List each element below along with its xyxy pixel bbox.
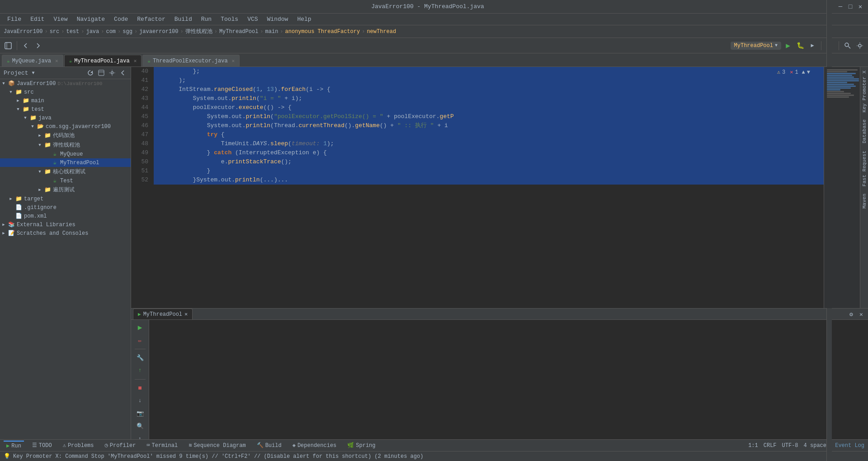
hide-sidebar-button[interactable] [119,69,127,77]
filetab-threadpoolexecutor[interactable]: ☕ ThreadPoolExecutor.java ✕ [142,55,240,67]
code-editor[interactable]: ⚠ 3 ✕ 1 ▲ ▼ 40 }; 41 [131,67,824,308]
status-tab-run[interactable]: ▶ Run [4,441,24,450]
menu-item-window[interactable]: Window [264,15,292,24]
line-ending[interactable]: CRLF [764,442,777,449]
tree-item-核心线程测试[interactable]: ▼📁核心线程测试 [0,167,131,176]
project-icon[interactable] [3,40,14,51]
tree-item-弹性线程池[interactable]: ▼📁弹性线程池 [0,140,131,150]
breadcrumb-item[interactable]: sgg [123,29,132,35]
menu-item-refactor[interactable]: Refactor [133,15,169,24]
run-settings-button[interactable]: ⚙ [846,309,856,319]
status-tab-spring[interactable]: 🌿 Spring [344,441,378,450]
breadcrumb-item[interactable]: src [50,29,60,35]
forward-button[interactable] [33,40,43,51]
menu-item-navigate[interactable]: Navigate [73,15,108,24]
stop-run-button[interactable]: ■ [134,382,146,394]
edit-run-button[interactable]: ✏ [134,334,146,346]
event-log[interactable]: Event Log [835,442,864,449]
menu-item-vcs[interactable]: VCS [244,15,261,24]
settings-sidebar-button[interactable] [108,69,116,77]
close-tab-mythreadpool[interactable]: ✕ [134,58,137,64]
tree-item-MyQueue[interactable]: ☕MyQueue [0,150,131,158]
encoding[interactable]: UTF-8 [782,442,798,449]
tree-item-main[interactable]: ▶📁main [0,96,131,105]
run-config-selector[interactable]: MyThreadPool ▼ [731,42,781,50]
menu-item-view[interactable]: View [50,15,71,24]
menu-item-tools[interactable]: Tools [217,15,242,24]
nav-down-button[interactable]: ▼ [807,69,810,76]
menu-item-code[interactable]: Code [110,15,132,24]
close-tab-threadpoolexecutor[interactable]: ✕ [232,58,235,64]
back-button[interactable] [20,40,31,51]
close-tab-myqueue[interactable]: ✕ [55,58,58,64]
tree-item-com.sgg.javaerror100[interactable]: ▼📂com.sgg.javaerror100 [0,122,131,131]
sync-button[interactable] [86,69,94,77]
status-tab-problems[interactable]: ⚠ Problems [60,441,97,450]
tree-item-.gitignore[interactable]: 📄.gitignore [0,203,131,212]
close-button[interactable]: ✕ [857,4,863,10]
maven-panel-label[interactable]: Maven [860,190,868,212]
filetab-myqueue[interactable]: ☕ MyQueue.java ✕ [2,55,63,67]
scroll-down-button[interactable]: ↓ [134,395,146,407]
tree-item-MyThreadPool[interactable]: ☕MyThreadPool [0,158,131,167]
breadcrumb-item[interactable]: java [86,29,99,35]
database-panel-label[interactable]: Database [860,116,868,147]
breadcrumb-item[interactable]: newThread [367,29,396,35]
sort-button[interactable]: ↕ [134,433,146,439]
filter-button[interactable]: 🔍 [134,420,146,432]
tree-item-target[interactable]: ▶📁target [0,195,131,203]
run-with-coverage-button[interactable]: ▶ [807,40,818,51]
nav-up-button[interactable]: ▲ [802,69,805,76]
tree-item-JavaError100[interactable]: ▼📦JavaError100D:\JavaError100 [0,79,131,88]
fast-request-panel-label[interactable]: Fast Request [860,147,868,190]
scroll-up-button[interactable]: ↑ [134,365,146,376]
tree-item-pom.xml[interactable]: 📄pom.xml [0,212,131,220]
collapse-all-button[interactable] [97,69,105,77]
menu-item-file[interactable]: File [4,15,25,24]
wrench-button[interactable]: 🔧 [134,352,146,364]
menu-item-help[interactable]: Help [293,15,315,24]
menu-item-build[interactable]: Build [171,15,196,24]
run-button[interactable]: ▶ [783,40,793,51]
filetab-mythreadpool[interactable]: ☕ MyThreadPool.java ✕ [64,55,142,67]
status-tab-todo[interactable]: ☰ TODO [29,441,55,450]
key-promoter-panel-label[interactable]: Key Promoter X [860,67,868,116]
tree-item-Test[interactable]: ☕Test [0,176,131,185]
maximize-button[interactable]: □ [847,4,854,10]
minimize-button[interactable]: ─ [837,4,844,10]
key-promoter-bar: 💡 Key Promoter X: Command Stop 'MyThread… [0,451,868,461]
run-tab-mythreadpool[interactable]: ▶ MyThreadPool ✕ [133,309,193,319]
status-tab-sequence[interactable]: ≋ Sequence Diagram [186,441,248,450]
tree-item-test[interactable]: ▼📁test [0,105,131,114]
tree-item-External-Libraries[interactable]: ▶📚External Libraries [0,220,131,229]
breadcrumb-item[interactable]: test [66,29,79,35]
tree-item-遍历测试[interactable]: ▶📁遍历测试 [0,185,131,195]
rerun-button[interactable]: ▶ [134,322,146,333]
breadcrumb-item[interactable]: JavaError100 [4,29,42,35]
debug-button[interactable]: 🐛 [795,40,806,51]
search-button[interactable] [842,40,853,51]
status-tab-dependencies[interactable]: ◈ Dependencies [290,441,340,450]
tree-item-Scratches-and-Consoles[interactable]: ▶📝Scratches and Consoles [0,229,131,238]
tree-item-java[interactable]: ▼📁java [0,114,131,122]
menu-item-run[interactable]: Run [198,15,215,24]
breadcrumb-item[interactable]: MyThreadPool [219,29,258,35]
run-close-button[interactable]: ✕ [856,309,866,319]
menu-item-edit[interactable]: Edit [27,15,48,24]
status-tab-build[interactable]: 🔨 Build [254,441,284,450]
breadcrumb-item[interactable]: javaerror100 [139,29,178,35]
breadcrumb-item[interactable]: anonymous ThreadFactory [285,29,360,35]
code-line-43: 43 System.out.println("i = " + i); [131,94,824,103]
tree-item-src[interactable]: ▼📁src [0,88,131,96]
indent-info[interactable]: 4 spaces [804,442,830,449]
snapshot-button[interactable]: 📷 [134,408,146,419]
status-tab-terminal[interactable]: ⌨ Terminal [144,441,180,450]
breadcrumb-item[interactable]: 弹性线程池 [185,28,212,35]
breadcrumb-item[interactable]: com [106,29,116,35]
close-run-tab[interactable]: ✕ [184,311,188,318]
settings-button[interactable] [854,40,865,51]
code-area[interactable]: ⚠ 3 ✕ 1 ▲ ▼ 40 }; 41 [131,67,824,308]
tree-item-代码加池[interactable]: ▶📁代码加池 [0,131,131,140]
status-tab-profiler[interactable]: ◷ Profiler [102,441,139,450]
breadcrumb-item[interactable]: main [265,29,278,35]
